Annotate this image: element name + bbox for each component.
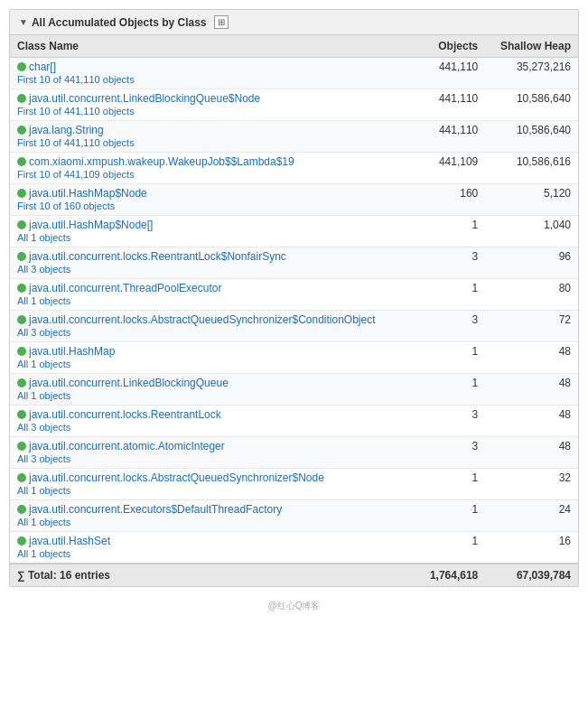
collapse-icon[interactable]: ▼ (19, 17, 28, 27)
class-name-row: java.util.concurrent.LinkedBlockingQueue… (17, 92, 410, 105)
sub-objects-link[interactable]: All 1 objects (17, 232, 70, 243)
class-cell: java.util.concurrent.locks.AbstractQueue… (10, 311, 417, 342)
sub-objects-link[interactable]: All 1 objects (17, 390, 70, 401)
objects-count: 3 (417, 311, 486, 342)
objects-count: 1 (417, 216, 486, 247)
class-cell: java.util.concurrent.atomic.AtomicIntege… (10, 437, 417, 469)
table-row: java.util.concurrent.locks.AbstractQueue… (10, 469, 578, 500)
col-shallow-heap: Shallow Heap (485, 35, 578, 58)
class-name-link[interactable]: java.util.concurrent.atomic.AtomicIntege… (29, 440, 225, 452)
class-name-row: java.util.HashSet (17, 535, 410, 547)
class-name-link[interactable]: java.util.HashSet (29, 535, 110, 547)
panel-header: ▼ All Accumulated Objects by Class ⊞ (10, 10, 578, 35)
sub-objects-link[interactable]: First 10 of 160 objects (17, 200, 115, 211)
shallow-heap-value: 32 (485, 469, 578, 500)
class-icon (17, 252, 26, 261)
class-icon (17, 473, 26, 482)
shallow-heap-value: 48 (485, 342, 578, 374)
sub-objects-link[interactable]: All 3 objects (17, 327, 70, 338)
sub-objects-link[interactable]: All 1 objects (17, 548, 70, 559)
class-name-row: char[] (17, 61, 410, 73)
class-icon (17, 62, 26, 71)
class-icon (17, 284, 26, 293)
class-name-link[interactable]: java.util.HashMap (29, 345, 115, 358)
class-icon (17, 347, 26, 356)
class-name-link[interactable]: java.util.concurrent.locks.AbstractQueue… (29, 313, 376, 326)
footer-objects: 1,764,618 (417, 564, 486, 586)
class-icon (17, 220, 26, 229)
class-name-link[interactable]: java.util.concurrent.LinkedBlockingQueue (29, 377, 229, 389)
class-name-link[interactable]: java.util.HashMap$Node[] (29, 219, 153, 231)
panel-title: All Accumulated Objects by Class (32, 16, 207, 29)
objects-count: 441,110 (417, 58, 486, 89)
sub-objects-link[interactable]: First 10 of 441,109 objects (17, 169, 135, 180)
sub-objects-link[interactable]: All 3 objects (17, 453, 70, 464)
class-cell: java.util.concurrent.locks.ReentrantLock… (10, 406, 417, 437)
class-icon (17, 378, 26, 387)
footer-label: ∑ Total: 16 entries (10, 564, 417, 586)
shallow-heap-value: 48 (485, 406, 578, 437)
class-name-link[interactable]: java.lang.String (29, 124, 104, 136)
class-name-link[interactable]: char[] (29, 61, 56, 73)
class-name-row: java.util.concurrent.locks.AbstractQueue… (17, 313, 410, 326)
class-cell: java.lang.StringFirst 10 of 441,110 obje… (10, 121, 417, 153)
sub-objects-link[interactable]: First 10 of 441,110 objects (17, 137, 135, 148)
class-name-row: java.util.concurrent.locks.AbstractQueue… (17, 471, 410, 484)
sub-objects-link[interactable]: First 10 of 441,110 objects (17, 106, 135, 117)
class-name-row: java.util.concurrent.LinkedBlockingQueue (17, 377, 410, 389)
class-cell: java.util.concurrent.Executors$DefaultTh… (10, 500, 417, 532)
shallow-heap-value: 48 (485, 437, 578, 469)
shallow-heap-value: 5,120 (485, 184, 578, 216)
class-cell: char[]First 10 of 441,110 objects (10, 58, 417, 89)
sub-objects-link[interactable]: All 3 objects (17, 264, 70, 275)
shallow-heap-value: 16 (485, 532, 578, 564)
class-name-row: java.util.HashMap$Node (17, 187, 410, 200)
table-row: java.util.concurrent.locks.ReentrantLock… (10, 406, 578, 437)
table-row: java.util.concurrent.ThreadPoolExecutorA… (10, 279, 578, 311)
class-name-row: com.xiaomi.xmpush.wakeup.WakeupJob$$Lamb… (17, 155, 410, 168)
class-cell: java.util.HashSetAll 1 objects (10, 532, 417, 564)
objects-count: 441,110 (417, 89, 486, 121)
class-name-link[interactable]: java.util.HashMap$Node (29, 187, 147, 200)
table-footer-row: ∑ Total: 16 entries 1,764,618 67,039,784 (10, 564, 578, 586)
table-body: char[]First 10 of 441,110 objects441,110… (10, 58, 578, 564)
shallow-heap-value: 10,586,616 (485, 153, 578, 184)
objects-count: 1 (417, 532, 486, 564)
class-name-link[interactable]: java.util.concurrent.ThreadPoolExecutor (29, 282, 221, 294)
objects-count: 1 (417, 374, 486, 406)
col-class-name: Class Name (10, 35, 417, 58)
sub-objects-link[interactable]: First 10 of 441,110 objects (17, 74, 135, 85)
shallow-heap-value: 48 (485, 374, 578, 406)
class-icon (17, 189, 26, 198)
objects-count: 3 (417, 437, 486, 469)
class-icon (17, 410, 26, 419)
table-row: java.util.concurrent.locks.ReentrantLock… (10, 247, 578, 279)
objects-count: 160 (417, 184, 486, 216)
table-row: java.util.HashMap$Node[]All 1 objects11,… (10, 216, 578, 247)
class-icon (17, 536, 26, 545)
class-name-link[interactable]: java.util.concurrent.Executors$DefaultTh… (29, 503, 282, 516)
col-objects: Objects (417, 35, 486, 58)
class-name-link[interactable]: java.util.concurrent.locks.AbstractQueue… (29, 471, 324, 484)
shallow-heap-value: 72 (485, 311, 578, 342)
export-icon[interactable]: ⊞ (214, 15, 229, 29)
class-name-link[interactable]: java.util.concurrent.LinkedBlockingQueue… (29, 92, 260, 105)
sub-objects-link[interactable]: All 3 objects (17, 422, 70, 433)
class-name-link[interactable]: com.xiaomi.xmpush.wakeup.WakeupJob$$Lamb… (29, 155, 294, 168)
shallow-heap-value: 96 (485, 247, 578, 279)
objects-count: 3 (417, 406, 486, 437)
sub-objects-link[interactable]: All 1 objects (17, 517, 70, 527)
objects-count: 441,109 (417, 153, 486, 184)
class-icon (17, 157, 26, 166)
shallow-heap-value: 24 (485, 500, 578, 532)
table-row: java.util.concurrent.atomic.AtomicIntege… (10, 437, 578, 469)
class-cell: java.util.concurrent.locks.AbstractQueue… (10, 469, 417, 500)
sub-objects-link[interactable]: All 1 objects (17, 295, 70, 306)
sub-objects-link[interactable]: All 1 objects (17, 359, 70, 369)
class-name-link[interactable]: java.util.concurrent.locks.ReentrantLock (29, 408, 221, 421)
table-row: java.util.concurrent.LinkedBlockingQueue… (10, 374, 578, 406)
objects-table: Class Name Objects Shallow Heap char[]Fi… (10, 35, 578, 586)
class-name-link[interactable]: java.util.concurrent.locks.ReentrantLock… (29, 250, 286, 263)
sub-objects-link[interactable]: All 1 objects (17, 485, 70, 496)
objects-count: 1 (417, 500, 486, 532)
